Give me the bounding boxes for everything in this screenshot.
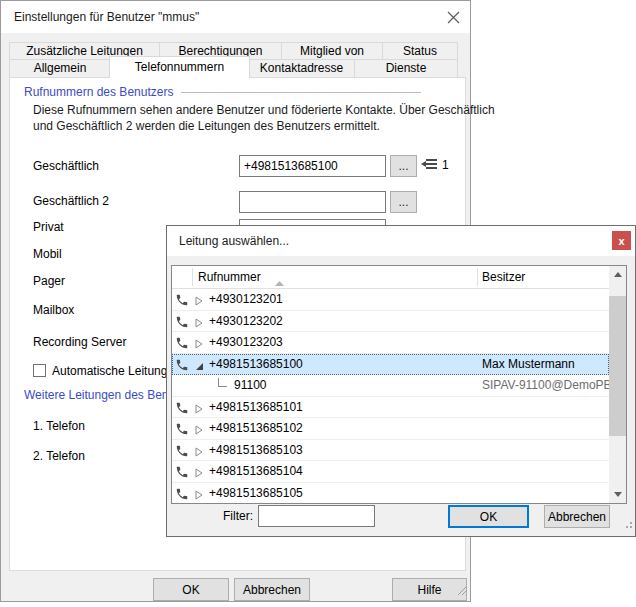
ok-button[interactable]: OK (153, 578, 229, 601)
resize-grip-icon[interactable] (456, 584, 468, 599)
resize-grip-dots-icon[interactable] (624, 519, 632, 533)
row-number: +4930123203 (209, 335, 283, 349)
row-number: +4981513685101 (209, 400, 303, 414)
row-number: +4981513685103 (209, 443, 303, 457)
phone-icon (175, 336, 189, 350)
section-heading-text: Rufnummern des Benutzers (24, 85, 173, 99)
auto-line-binding-label: Automatische Leitungsb (52, 364, 180, 378)
row-number: +4930123201 (209, 292, 283, 306)
scroll-down-icon[interactable] (609, 486, 626, 503)
line-binding-icon (421, 158, 438, 175)
phone-icon (175, 358, 189, 372)
column-divider (192, 268, 193, 286)
geschaeftlich-browse-button[interactable]: ... (390, 155, 417, 177)
filter-label: Filter: (187, 509, 253, 523)
chevron-collapsed-icon[interactable] (195, 446, 203, 460)
geschaeftlich-2-browse-button[interactable]: ... (390, 191, 417, 213)
field-label-mailbox: Mailbox (33, 299, 74, 321)
field-label-geschaeftlich: Geschäftlich (33, 155, 99, 177)
field-label-privat: Privat (33, 216, 64, 238)
phone-icon (175, 401, 189, 415)
row-owner: Max Mustermann (482, 357, 575, 371)
line-cancel-button[interactable]: Abbrechen (544, 505, 610, 528)
cancel-button[interactable]: Abbrechen (234, 578, 310, 601)
settings-titlebar[interactable]: Einstellungen für Benutzer "mmus" (1, 1, 470, 33)
row-number: +4981513685104 (209, 464, 303, 478)
heading-rule (181, 92, 421, 93)
line-dialog-title: Leitung auswählen... (179, 234, 289, 248)
filter-input[interactable] (258, 505, 375, 527)
line-row[interactable]: +4981513685105 (172, 483, 609, 505)
vertical-scrollbar[interactable] (609, 266, 626, 503)
phone-icon (175, 315, 189, 329)
phone-icon (175, 293, 189, 307)
column-header-rufnummer[interactable]: Rufnummer (198, 270, 261, 284)
chevron-collapsed-icon[interactable] (195, 338, 203, 352)
tab-telefonnummern[interactable]: Telefonnummern (109, 56, 250, 78)
chevron-collapsed-icon[interactable] (195, 317, 203, 331)
line-list-header: Rufnummer Besitzer (172, 266, 609, 289)
close-icon-red[interactable]: x (612, 231, 631, 250)
phone-icon (175, 422, 189, 436)
chevron-collapsed-icon[interactable] (195, 489, 203, 503)
section-heading-text-2: Weitere Leitungen des Benut (24, 388, 179, 402)
column-header-besitzer[interactable]: Besitzer (482, 270, 525, 284)
field-label-recording-server: Recording Server (33, 331, 126, 353)
scroll-up-icon[interactable] (609, 266, 626, 283)
column-divider (477, 268, 478, 286)
line-1-label: 1. Telefon (33, 415, 85, 437)
line-list: Rufnummer Besitzer +4930123201 (171, 265, 627, 504)
line-row-child[interactable]: 91100 SIPAV-91100@DemoPBX (172, 375, 609, 397)
line-row[interactable]: +4981513685101 (172, 397, 609, 419)
tab-dienste[interactable]: Dienste (354, 59, 458, 78)
field-label-pager: Pager (33, 270, 65, 292)
line-row[interactable]: +4981513685103 (172, 440, 609, 462)
screen: Einstellungen für Benutzer "mmus" Zusätz… (0, 0, 636, 607)
geschaeftlich-2-input[interactable] (239, 191, 386, 213)
chevron-collapsed-icon[interactable] (195, 403, 203, 417)
section-heading-rufnummern: Rufnummern des Benutzers (24, 85, 457, 99)
line-row-selected[interactable]: +4981513685100 Max Mustermann (172, 354, 609, 376)
line-dialog-titlebar[interactable]: Leitung auswählen... x (167, 226, 635, 256)
row-number: +4981513685105 (209, 486, 303, 500)
sort-ascending-icon (275, 275, 284, 289)
phone-icon (175, 465, 189, 479)
line-count-value: 1 (442, 158, 449, 172)
field-label-mobil: Mobil (33, 243, 62, 265)
row-number: +4981513685100 (209, 357, 303, 371)
line-2-label: 2. Telefon (33, 445, 85, 467)
row-number: 91100 (234, 378, 266, 392)
phone-icon (175, 444, 189, 458)
tab-kontaktadresse[interactable]: Kontaktadresse (248, 59, 355, 78)
line-row[interactable]: +4930123203 (172, 332, 609, 354)
description-line-1: Diese Rufnummern sehen andere Benutzer u… (33, 103, 495, 117)
row-owner: SIPAV-91100@DemoPBX (482, 378, 620, 392)
line-select-dialog: Leitung auswählen... x Rufnummer Besitze… (166, 225, 636, 537)
field-label-geschaeftlich-2: Geschäftlich 2 (33, 190, 109, 212)
close-icon[interactable] (442, 6, 464, 28)
chevron-collapsed-icon[interactable] (195, 295, 203, 309)
settings-dialog-title: Einstellungen für Benutzer "mmus" (14, 10, 199, 24)
description-line-2: und Geschäftlich 2 werden die Leitungen … (33, 119, 380, 133)
line-rows: +4930123201 +4930123202 +4930123203 (172, 289, 609, 503)
chevron-collapsed-icon[interactable] (195, 467, 203, 481)
line-ok-button[interactable]: OK (448, 505, 529, 528)
line-row[interactable]: +4930123201 (172, 289, 609, 311)
line-row[interactable]: +4930123202 (172, 311, 609, 333)
row-number: +4930123202 (209, 314, 283, 328)
tree-elbow-icon (218, 378, 227, 387)
geschaeftlich-input[interactable] (239, 155, 386, 177)
line-row[interactable]: +4981513685104 (172, 461, 609, 483)
row-number: +4981513685102 (209, 421, 303, 435)
auto-line-binding-checkbox[interactable] (33, 364, 46, 377)
line-row[interactable]: +4981513685102 (172, 418, 609, 440)
phone-icon (175, 487, 189, 501)
tab-allgemein[interactable]: Allgemein (9, 59, 111, 78)
scrollbar-thumb[interactable] (609, 296, 626, 436)
chevron-expanded-icon[interactable] (195, 360, 204, 374)
chevron-collapsed-icon[interactable] (195, 424, 203, 438)
